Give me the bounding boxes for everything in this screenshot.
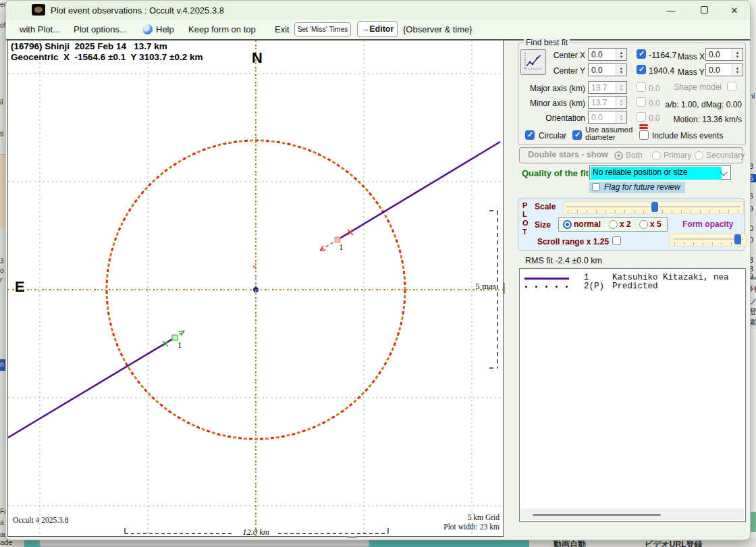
center-x-fit-checkbox[interactable] [637, 49, 646, 59]
size-x2-radio[interactable] [609, 220, 618, 229]
form-opacity-slider[interactable] [670, 234, 747, 246]
size-x5-label: x 5 [650, 219, 662, 229]
close-button[interactable]: ✕ [724, 5, 745, 16]
legend-hscrollbar-thumb[interactable] [533, 514, 661, 516]
background-fragment: 3 [0, 257, 4, 265]
quality-dropdown[interactable]: No reliable position or size [589, 165, 731, 180]
scalebar-label: 12.0 km [215, 527, 296, 538]
orientation-label: Orientation [518, 113, 585, 123]
spinner-arrows[interactable]: ▲▼ [732, 64, 742, 76]
center-y-fit-checkbox[interactable] [637, 65, 646, 74]
use-assumed-diameter-checkbox[interactable] [572, 130, 582, 140]
menubar: with Plot... Plot options... Help Keep f… [6, 20, 750, 41]
menu-keep-on-top[interactable]: Keep form on top [188, 24, 256, 34]
east-label: E [15, 278, 25, 296]
size-x5-radio[interactable] [639, 220, 648, 229]
mass-y-label: Mass Y [678, 68, 705, 77]
background-fragment: a [0, 519, 4, 526]
double-stars-group: Double stars - show Both Primary Seconda… [519, 147, 743, 163]
minimize-button[interactable]: — [661, 5, 681, 16]
red-marker [639, 127, 648, 129]
flag-review-row: Flag for future review [589, 182, 685, 193]
menu-observer-time[interactable]: {Observer & time} [403, 24, 473, 34]
radio-both [614, 151, 623, 160]
plot-letter: O [522, 219, 529, 227]
radio-primary-label: Primary [664, 151, 691, 160]
circular-label: Circular [539, 131, 566, 140]
scale-label: Scale [535, 202, 556, 211]
motion-label: Motion: 13.36 km/s [647, 115, 742, 124]
background-fragment: il [0, 99, 3, 106]
background-fragment: o [0, 267, 4, 274]
flag-review-checkbox[interactable] [592, 183, 600, 191]
scroll-range-checkbox[interactable] [612, 236, 621, 245]
background-fragment: r [0, 276, 2, 284]
plot-letter: T [522, 228, 527, 236]
size-label: Size [535, 220, 551, 230]
center-y-fit-value: 1940.4 [649, 66, 674, 76]
plot-title-line2: Geocentric X -1564.6 ±0.1 Y 3103.7 ±0.2 … [11, 52, 203, 62]
maximize-button[interactable] [694, 5, 714, 16]
window-title: Plot event observations : Occult v.4.202… [51, 5, 224, 16]
ab-dmag-label: a/b: 1.00, dMag: 0.00 [647, 100, 742, 109]
size-normal-label: normal [574, 219, 601, 229]
find-best-fit-label: Find best fit [524, 38, 570, 47]
editor-button[interactable]: →Editor [357, 21, 398, 37]
double-stars-label: Double stars - show [528, 150, 608, 159]
plot-controls-panel: P L O T Scale Size normal x 2 x 5 Form o… [518, 199, 745, 251]
app-icon [32, 4, 45, 16]
size-normal-radio[interactable] [563, 220, 572, 229]
menu-help[interactable]: Help [156, 24, 174, 34]
spinner-arrows[interactable]: ▲▼ [732, 49, 742, 60]
menu-plot-options[interactable]: Plot options... [74, 24, 127, 34]
circular-checkbox[interactable] [525, 130, 535, 140]
scale-slider[interactable] [563, 201, 744, 214]
major-axis-label: Major axis (km) [518, 84, 585, 93]
legend-dot [566, 286, 568, 288]
minor-axis-label: Minor axis (km) [518, 99, 585, 108]
scale-slider-thumb[interactable] [651, 202, 658, 212]
center-y-input[interactable]: 0.0▲▼ [588, 63, 627, 76]
red-marker [639, 124, 648, 126]
flag-review-label: Flag for future review [604, 182, 680, 192]
shape-model-label: Shape model [654, 82, 722, 92]
plot-title-line1: (16796) Shinji 2025 Feb 14 13.7 km [11, 41, 167, 51]
legend-entry-label[interactable]: Predicted [612, 282, 658, 291]
menu-with-plot[interactable]: with Plot... [20, 24, 60, 34]
set-miss-times-button[interactable]: Set 'Miss' Times [294, 22, 351, 36]
help-icon[interactable] [142, 24, 153, 34]
legend-entry-label[interactable]: Katsuhiko Kitazaki, nea [612, 273, 729, 282]
north-label: N [252, 49, 263, 67]
mass-x-input[interactable]: 0.0▲▼ [705, 48, 743, 61]
legend-listbox[interactable]: 1 Katsuhiko Kitazaki, nea 2(P) Predicted [519, 268, 746, 522]
minor-axis-fit-checkbox [637, 97, 646, 107]
plot-letter: L [522, 210, 527, 218]
plot-version-label: Occult 4 2025.3.8 [13, 516, 68, 524]
mass-y-input[interactable]: 0.0▲▼ [705, 63, 743, 76]
titlebar[interactable]: Plot event observations : Occult v.4.202… [6, 1, 750, 20]
panel-tick [504, 283, 505, 294]
legend-hscrollbar[interactable] [520, 509, 744, 520]
form-opacity-slider-thumb[interactable] [734, 234, 741, 244]
legend-entry-id[interactable]: 1 [584, 273, 589, 282]
legend-entry-id[interactable]: 2(P) [584, 282, 604, 291]
spinner-arrows[interactable]: ▲▼ [616, 49, 626, 60]
quality-label: Quality of the fit [522, 168, 589, 178]
size-radio-group: normal x 2 x 5 [558, 217, 668, 232]
window-resize-handle[interactable] [347, 536, 357, 538]
radio-secondary-label: Secondary [706, 151, 745, 160]
spinner-arrows[interactable]: ▲▼ [616, 64, 626, 76]
plot-figure: 11 [8, 41, 503, 536]
menu-exit[interactable]: Exit [275, 24, 290, 34]
legend-dot [525, 286, 527, 288]
background-scrollbar [39, 540, 370, 547]
center-x-input[interactable]: 0.0▲▼ [588, 48, 627, 61]
screen: n ecofilti3orFaaade ni366900339列ノ登素 ade … [0, 0, 756, 547]
radio-secondary [695, 151, 703, 160]
svg-text:1: 1 [339, 242, 344, 252]
size-x2-label: x 2 [620, 219, 631, 229]
include-miss-events-checkbox[interactable] [639, 130, 649, 140]
rms-fit-label: RMS fit -2.4 ±0.0 km [525, 256, 602, 265]
plot-canvas[interactable]: 11 (16796) Shinji 2025 Feb 14 13.7 km Ge… [7, 40, 504, 537]
grid-size-label: 5 km Grid [418, 513, 500, 521]
